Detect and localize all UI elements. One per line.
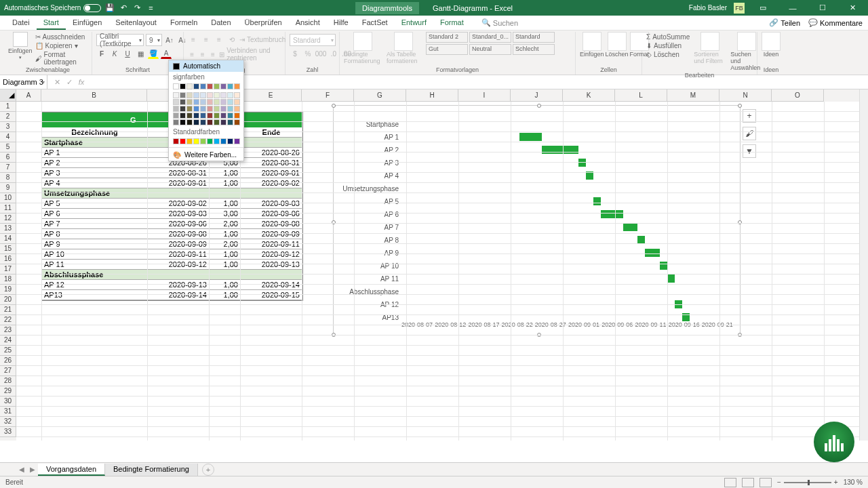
- thousands-icon[interactable]: 000: [315, 48, 326, 59]
- user-avatar[interactable]: FB: [734, 3, 745, 14]
- color-swatch[interactable]: [227, 119, 233, 125]
- color-swatch[interactable]: [173, 119, 179, 125]
- align-right-icon[interactable]: ≡: [209, 49, 217, 60]
- row-header[interactable]: 30: [0, 396, 16, 407]
- color-swatch[interactable]: [200, 119, 206, 125]
- ribbon-tab-ansicht[interactable]: Ansicht: [289, 16, 327, 30]
- view-pagebreak-icon[interactable]: [760, 478, 772, 487]
- row-header[interactable]: 2: [0, 112, 16, 122]
- fill-color-button[interactable]: 🪣: [148, 48, 159, 59]
- color-swatch[interactable]: [186, 119, 193, 125]
- tell-me-search[interactable]: 🔍 Suchen: [481, 18, 518, 27]
- vertical-scrollbar[interactable]: [859, 89, 868, 441]
- cell-style-item[interactable]: Neutral: [469, 44, 511, 55]
- color-swatch[interactable]: [193, 106, 199, 112]
- underline-button[interactable]: U: [122, 48, 133, 59]
- color-swatch[interactable]: [180, 92, 186, 98]
- italic-button[interactable]: K: [109, 48, 120, 59]
- color-swatch[interactable]: [193, 119, 199, 125]
- column-header[interactable]: I: [458, 89, 511, 102]
- color-swatch[interactable]: [200, 99, 206, 105]
- color-swatch[interactable]: [207, 99, 213, 105]
- color-swatch[interactable]: [180, 99, 186, 105]
- worksheet-grid[interactable]: ◢ ABCDEFGHIJKLMNO 1234567891011121314151…: [0, 89, 868, 441]
- color-swatch[interactable]: [220, 92, 226, 98]
- row-header[interactable]: 10: [0, 193, 16, 203]
- ribbon-tab-daten[interactable]: Daten: [204, 16, 237, 30]
- sheet-tab[interactable]: Bedingte Formatierung: [105, 464, 198, 476]
- row-header[interactable]: 15: [0, 244, 16, 254]
- align-center-icon[interactable]: ≡: [198, 49, 206, 60]
- column-header[interactable]: J: [511, 89, 563, 102]
- paste-button[interactable]: Einfügen ▾: [8, 32, 33, 60]
- color-swatch[interactable]: [214, 106, 220, 112]
- ribbon-tab-factset[interactable]: FactSet: [355, 16, 395, 30]
- color-swatch[interactable]: [234, 99, 240, 105]
- cell-style-item[interactable]: Standard_0...: [469, 32, 511, 43]
- color-swatch[interactable]: [173, 83, 179, 89]
- name-box[interactable]: Diagramm 3: [0, 75, 47, 89]
- autosave-toggle[interactable]: Automatisches Speichern: [4, 4, 101, 12]
- ribbon-tab-format[interactable]: Format: [433, 16, 471, 30]
- color-swatch[interactable]: [207, 138, 213, 144]
- cell-style-item[interactable]: Schlecht: [513, 44, 555, 55]
- comments-button[interactable]: 💬Kommentare: [808, 18, 863, 27]
- color-swatch[interactable]: [207, 83, 213, 89]
- ribbon-tab-entwurf[interactable]: Entwurf: [395, 16, 433, 30]
- column-header[interactable]: L: [615, 89, 667, 102]
- color-swatch[interactable]: [227, 99, 233, 105]
- color-swatch[interactable]: [200, 92, 206, 98]
- color-swatch[interactable]: [227, 83, 233, 89]
- row-header[interactable]: 33: [0, 427, 16, 437]
- row-header[interactable]: 1: [0, 102, 16, 112]
- color-swatch[interactable]: [220, 113, 226, 119]
- clear-button[interactable]: ◇ Löschen: [646, 51, 690, 58]
- redo-icon[interactable]: ↷: [132, 3, 142, 13]
- color-swatch[interactable]: [220, 119, 226, 125]
- ribbon-tab-start[interactable]: Start: [37, 16, 66, 30]
- ribbon-tab-einfügen[interactable]: Einfügen: [66, 16, 108, 30]
- cut-button[interactable]: ✂ Ausschneiden: [35, 33, 87, 41]
- color-swatch[interactable]: [214, 119, 220, 125]
- column-header[interactable]: O: [772, 89, 824, 102]
- color-swatch[interactable]: [173, 99, 179, 105]
- color-swatch[interactable]: [234, 113, 240, 119]
- cancel-formula-icon[interactable]: ✕: [52, 78, 62, 87]
- inc-decimal-icon[interactable]: .0: [328, 48, 339, 59]
- column-header[interactable]: N: [719, 89, 772, 102]
- color-swatch[interactable]: [214, 83, 220, 89]
- color-swatch[interactable]: [234, 119, 240, 125]
- color-swatch[interactable]: [180, 119, 186, 125]
- standard-colors-row[interactable]: [169, 137, 243, 146]
- increase-font-icon[interactable]: A↑: [164, 35, 175, 45]
- color-swatch[interactable]: [227, 92, 233, 98]
- color-swatch[interactable]: [186, 138, 193, 144]
- color-swatch[interactable]: [207, 106, 213, 112]
- font-name-dropdown[interactable]: Calibri (Textkörpe: [96, 34, 144, 46]
- color-swatch[interactable]: [186, 83, 193, 89]
- row-header[interactable]: 18: [0, 274, 16, 285]
- row-header[interactable]: 17: [0, 264, 16, 274]
- color-swatch[interactable]: [214, 138, 220, 144]
- row-header[interactable]: 27: [0, 366, 16, 376]
- sheet-nav-prev-icon[interactable]: ◀: [16, 466, 27, 473]
- share-button[interactable]: 🔗Teilen: [769, 18, 800, 27]
- sheet-nav-next-icon[interactable]: ▶: [27, 466, 38, 473]
- color-swatch[interactable]: [173, 113, 179, 119]
- color-swatch[interactable]: [214, 99, 220, 105]
- zoom-out-icon[interactable]: −: [777, 479, 781, 486]
- color-swatch[interactable]: [186, 113, 193, 119]
- ribbon-tab-überprüfen[interactable]: Überprüfen: [238, 16, 289, 30]
- cell-styles-gallery[interactable]: Standard 2Standard_0...StandardGutNeutra…: [426, 32, 555, 55]
- ribbon-tab-datei[interactable]: Datei: [5, 16, 37, 30]
- save-icon[interactable]: 💾: [105, 3, 115, 13]
- color-swatch[interactable]: [180, 83, 186, 89]
- row-header[interactable]: 23: [0, 325, 16, 336]
- color-swatch[interactable]: [200, 138, 206, 144]
- color-swatch[interactable]: [220, 106, 226, 112]
- column-header[interactable]: M: [667, 89, 719, 102]
- row-header[interactable]: 3: [0, 122, 16, 132]
- color-swatch[interactable]: [193, 83, 199, 89]
- font-color-dropdown[interactable]: Automatisch signfarben Standardfarben 🎨 …: [168, 60, 244, 161]
- color-swatch[interactable]: [207, 92, 213, 98]
